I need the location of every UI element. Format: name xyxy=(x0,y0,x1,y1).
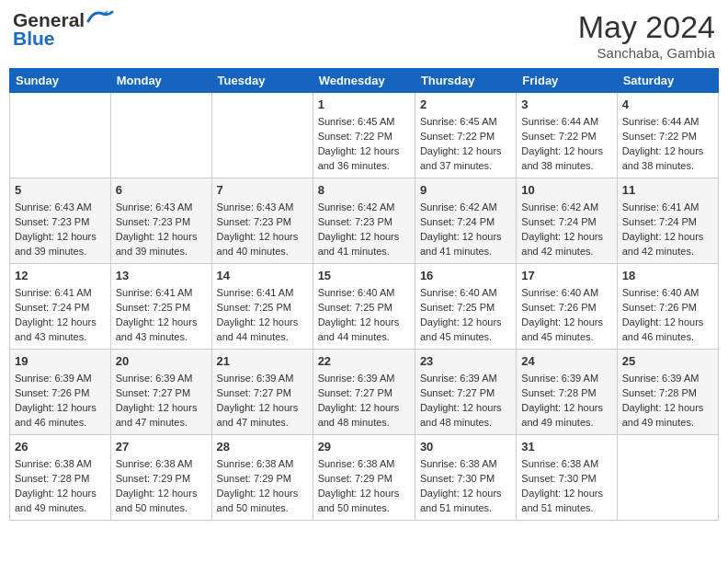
day-info: Sunrise: 6:39 AMSunset: 7:27 PMDaylight:… xyxy=(420,372,511,431)
day-info: Sunrise: 6:44 AMSunset: 7:22 PMDaylight:… xyxy=(521,115,611,174)
calendar-cell: 17Sunrise: 6:40 AMSunset: 7:26 PMDayligh… xyxy=(517,263,617,349)
calendar-cell: 20Sunrise: 6:39 AMSunset: 7:27 PMDayligh… xyxy=(110,349,211,434)
day-number: 19 xyxy=(15,353,106,370)
calendar-cell xyxy=(617,434,718,520)
day-of-week-header: Sunday xyxy=(10,69,111,93)
day-number: 8 xyxy=(318,182,410,199)
logo-bird-icon xyxy=(86,8,114,25)
calendar-cell: 24Sunrise: 6:39 AMSunset: 7:28 PMDayligh… xyxy=(517,349,617,434)
calendar-week-row: 26Sunrise: 6:38 AMSunset: 7:28 PMDayligh… xyxy=(10,434,719,520)
day-number: 25 xyxy=(622,353,713,370)
day-number: 13 xyxy=(116,268,207,284)
calendar-cell: 11Sunrise: 6:41 AMSunset: 7:24 PMDayligh… xyxy=(617,178,718,263)
calendar-cell: 23Sunrise: 6:39 AMSunset: 7:27 PMDayligh… xyxy=(415,349,516,434)
day-info: Sunrise: 6:38 AMSunset: 7:29 PMDaylight:… xyxy=(116,457,207,516)
calendar-cell: 2Sunrise: 6:45 AMSunset: 7:22 PMDaylight… xyxy=(415,93,516,178)
calendar-cell xyxy=(110,93,211,178)
day-info: Sunrise: 6:40 AMSunset: 7:26 PMDaylight:… xyxy=(521,286,611,345)
calendar-cell xyxy=(10,93,111,178)
calendar-cell: 28Sunrise: 6:38 AMSunset: 7:29 PMDayligh… xyxy=(211,434,313,520)
day-of-week-header: Wednesday xyxy=(313,69,415,93)
day-number: 17 xyxy=(521,268,611,284)
day-number: 16 xyxy=(420,268,511,284)
calendar-cell: 12Sunrise: 6:41 AMSunset: 7:24 PMDayligh… xyxy=(10,263,111,349)
calendar-cell: 10Sunrise: 6:42 AMSunset: 7:24 PMDayligh… xyxy=(517,178,617,263)
calendar-cell: 8Sunrise: 6:42 AMSunset: 7:23 PMDaylight… xyxy=(313,178,415,263)
day-info: Sunrise: 6:45 AMSunset: 7:22 PMDaylight:… xyxy=(420,115,511,174)
calendar-cell: 21Sunrise: 6:39 AMSunset: 7:27 PMDayligh… xyxy=(211,349,313,434)
day-number: 20 xyxy=(116,353,207,370)
day-info: Sunrise: 6:40 AMSunset: 7:25 PMDaylight:… xyxy=(318,286,410,345)
day-info: Sunrise: 6:41 AMSunset: 7:24 PMDaylight:… xyxy=(15,286,106,345)
calendar-cell: 30Sunrise: 6:38 AMSunset: 7:30 PMDayligh… xyxy=(415,434,516,520)
day-info: Sunrise: 6:38 AMSunset: 7:29 PMDaylight:… xyxy=(318,457,410,516)
day-number: 12 xyxy=(15,268,106,284)
day-info: Sunrise: 6:39 AMSunset: 7:27 PMDaylight:… xyxy=(217,372,308,431)
day-info: Sunrise: 6:43 AMSunset: 7:23 PMDaylight:… xyxy=(217,201,308,259)
day-number: 14 xyxy=(217,268,308,284)
calendar-header-row: SundayMondayTuesdayWednesdayThursdayFrid… xyxy=(10,69,719,93)
day-of-week-header: Tuesday xyxy=(211,69,313,93)
calendar-cell: 26Sunrise: 6:38 AMSunset: 7:28 PMDayligh… xyxy=(10,434,111,520)
day-number: 2 xyxy=(420,97,511,113)
day-info: Sunrise: 6:39 AMSunset: 7:27 PMDaylight:… xyxy=(116,372,207,431)
day-info: Sunrise: 6:41 AMSunset: 7:24 PMDaylight:… xyxy=(622,201,713,259)
calendar-cell: 1Sunrise: 6:45 AMSunset: 7:22 PMDaylight… xyxy=(313,93,415,178)
calendar-week-row: 5Sunrise: 6:43 AMSunset: 7:23 PMDaylight… xyxy=(10,178,719,263)
day-number: 18 xyxy=(622,268,713,284)
day-info: Sunrise: 6:39 AMSunset: 7:27 PMDaylight:… xyxy=(318,372,410,431)
day-info: Sunrise: 6:38 AMSunset: 7:28 PMDaylight:… xyxy=(15,457,106,516)
day-number: 11 xyxy=(622,182,713,199)
day-number: 31 xyxy=(521,439,611,455)
day-number: 5 xyxy=(15,182,106,199)
day-number: 26 xyxy=(15,439,106,455)
calendar-week-row: 19Sunrise: 6:39 AMSunset: 7:26 PMDayligh… xyxy=(10,349,719,434)
calendar-cell: 25Sunrise: 6:39 AMSunset: 7:28 PMDayligh… xyxy=(617,349,718,434)
day-of-week-header: Monday xyxy=(110,69,211,93)
day-info: Sunrise: 6:40 AMSunset: 7:26 PMDaylight:… xyxy=(622,286,713,345)
calendar-cell: 6Sunrise: 6:43 AMSunset: 7:23 PMDaylight… xyxy=(110,178,211,263)
calendar-cell: 13Sunrise: 6:41 AMSunset: 7:25 PMDayligh… xyxy=(110,263,211,349)
day-number: 28 xyxy=(217,439,308,455)
day-number: 27 xyxy=(116,439,207,455)
calendar-cell: 19Sunrise: 6:39 AMSunset: 7:26 PMDayligh… xyxy=(10,349,111,434)
day-info: Sunrise: 6:38 AMSunset: 7:29 PMDaylight:… xyxy=(217,457,308,516)
calendar-cell: 7Sunrise: 6:43 AMSunset: 7:23 PMDaylight… xyxy=(211,178,313,263)
calendar-table: SundayMondayTuesdayWednesdayThursdayFrid… xyxy=(9,68,719,521)
day-info: Sunrise: 6:38 AMSunset: 7:30 PMDaylight:… xyxy=(521,457,611,516)
logo: General Blue xyxy=(13,9,114,50)
logo-blue: Blue xyxy=(13,28,114,50)
calendar-cell: 4Sunrise: 6:44 AMSunset: 7:22 PMDaylight… xyxy=(617,93,718,178)
day-info: Sunrise: 6:42 AMSunset: 7:23 PMDaylight:… xyxy=(318,201,410,259)
calendar-cell: 14Sunrise: 6:41 AMSunset: 7:25 PMDayligh… xyxy=(211,263,313,349)
calendar-week-row: 1Sunrise: 6:45 AMSunset: 7:22 PMDaylight… xyxy=(10,93,719,178)
day-number: 22 xyxy=(318,353,410,370)
day-number: 9 xyxy=(420,182,511,199)
day-info: Sunrise: 6:41 AMSunset: 7:25 PMDaylight:… xyxy=(116,286,207,345)
calendar-cell: 5Sunrise: 6:43 AMSunset: 7:23 PMDaylight… xyxy=(10,178,111,263)
day-of-week-header: Friday xyxy=(517,69,617,93)
day-info: Sunrise: 6:42 AMSunset: 7:24 PMDaylight:… xyxy=(420,201,511,259)
calendar-cell: 31Sunrise: 6:38 AMSunset: 7:30 PMDayligh… xyxy=(517,434,617,520)
day-info: Sunrise: 6:43 AMSunset: 7:23 PMDaylight:… xyxy=(15,201,106,259)
day-info: Sunrise: 6:45 AMSunset: 7:22 PMDaylight:… xyxy=(318,115,410,174)
day-number: 7 xyxy=(217,182,308,199)
calendar-cell: 15Sunrise: 6:40 AMSunset: 7:25 PMDayligh… xyxy=(313,263,415,349)
day-number: 6 xyxy=(116,182,207,199)
page-header: General Blue May 2024 Sanchaba, Gambia xyxy=(9,9,719,61)
day-info: Sunrise: 6:41 AMSunset: 7:25 PMDaylight:… xyxy=(217,286,308,345)
calendar-cell: 16Sunrise: 6:40 AMSunset: 7:25 PMDayligh… xyxy=(415,263,516,349)
day-number: 21 xyxy=(217,353,308,370)
month-year: May 2024 xyxy=(578,9,715,45)
calendar-cell: 3Sunrise: 6:44 AMSunset: 7:22 PMDaylight… xyxy=(517,93,617,178)
day-info: Sunrise: 6:38 AMSunset: 7:30 PMDaylight:… xyxy=(420,457,511,516)
day-info: Sunrise: 6:40 AMSunset: 7:25 PMDaylight:… xyxy=(420,286,511,345)
calendar-cell: 22Sunrise: 6:39 AMSunset: 7:27 PMDayligh… xyxy=(313,349,415,434)
day-info: Sunrise: 6:39 AMSunset: 7:28 PMDaylight:… xyxy=(521,372,611,431)
day-of-week-header: Thursday xyxy=(415,69,516,93)
day-number: 29 xyxy=(318,439,410,455)
day-number: 15 xyxy=(318,268,410,284)
day-number: 1 xyxy=(318,97,410,113)
day-of-week-header: Saturday xyxy=(617,69,718,93)
calendar-cell: 27Sunrise: 6:38 AMSunset: 7:29 PMDayligh… xyxy=(110,434,211,520)
